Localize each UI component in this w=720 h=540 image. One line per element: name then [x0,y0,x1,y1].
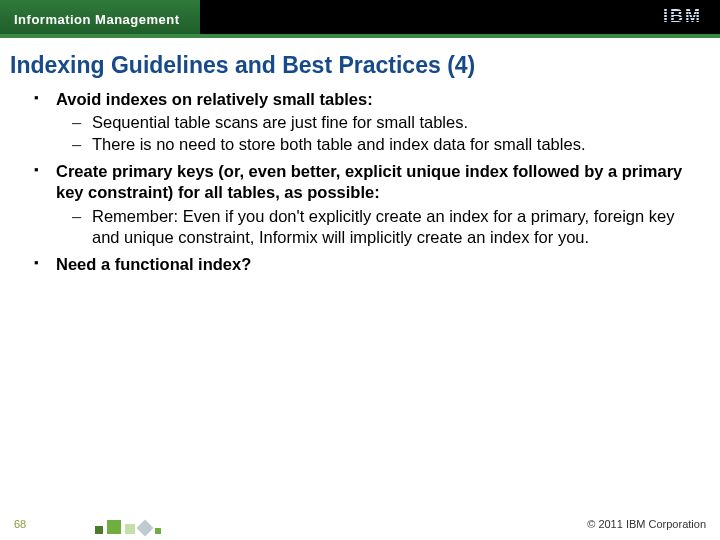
bullet-text: Need a functional index? [56,255,251,273]
header-band-text: Information Management [14,12,180,27]
deco-diamond-icon [137,520,154,537]
sub-bullet-item: There is no need to store both table and… [70,134,702,155]
ibm-logo: IBM [663,6,702,27]
sub-bullet-item: Remember: Even if you don't explicitly c… [70,206,702,248]
footer: 68 © 2011 IBM Corporation [0,506,720,540]
slide-content: Avoid indexes on relatively small tables… [0,89,720,506]
bullet-item: Avoid indexes on relatively small tables… [32,89,702,155]
deco-square-icon [155,528,161,534]
header-band: Information Management [0,0,200,38]
header-accent-line [0,34,720,38]
deco-square-icon [107,520,121,534]
header-bar: Information Management IBM [0,0,720,38]
slide-title: Indexing Guidelines and Best Practices (… [0,38,720,89]
sub-bullet-list: Remember: Even if you don't explicitly c… [56,206,702,248]
page-number: 68 [14,518,26,530]
bullet-item: Create primary keys (or, even better, ex… [32,161,702,247]
deco-square-icon [125,524,135,534]
bullet-text: Avoid indexes on relatively small tables… [56,90,373,108]
bullet-item: Need a functional index? [32,254,702,275]
bullet-text: Create primary keys (or, even better, ex… [56,162,682,201]
sub-bullet-list: Sequential table scans are just fine for… [56,112,702,155]
sub-bullet-item: Sequential table scans are just fine for… [70,112,702,133]
footer-decoration [95,520,161,534]
copyright-text: © 2011 IBM Corporation [587,518,706,530]
bullet-list: Avoid indexes on relatively small tables… [32,89,702,275]
slide: Information Management IBM Indexing Guid… [0,0,720,540]
deco-square-icon [95,526,103,534]
